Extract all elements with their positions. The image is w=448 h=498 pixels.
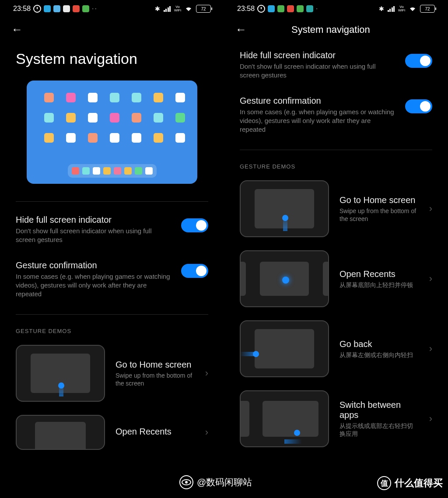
toggle-gesture-confirmation[interactable]	[181, 264, 208, 278]
wifi-icon	[185, 6, 192, 12]
preview-dock-icon	[72, 167, 79, 175]
status-bar: 23:58 ·· ✱ VoWiFi 72	[0, 0, 224, 18]
section-header: GESTURE DEMOS	[240, 163, 432, 170]
setting-subtitle: Don't show full screen indicator when us…	[16, 227, 172, 245]
signal-icon	[388, 6, 395, 12]
toggle-hide-indicator[interactable]	[405, 54, 432, 68]
demo-home[interactable]: Go to Home screen Swipe up from the bott…	[16, 345, 208, 402]
chevron-right-icon: ›	[205, 368, 208, 379]
status-time: 23:58	[13, 5, 31, 13]
wifi-icon	[409, 6, 416, 12]
demo-title: Go to Home screen	[116, 360, 195, 370]
section-header: GESTURE DEMOS	[16, 328, 208, 334]
status-time: 23:58	[237, 5, 255, 13]
demo-home[interactable]: Go to Home screen Swipe up from the bott…	[240, 180, 432, 237]
demo-switch[interactable]: Switch between apps 从提示线或底部左右轻扫切换应用 ›	[240, 390, 432, 447]
status-app-icon	[63, 5, 70, 12]
status-more-icon: ··	[92, 5, 98, 13]
back-button[interactable]: ←	[6, 20, 28, 39]
preview-app-icon	[132, 113, 141, 123]
preview-app-icon	[110, 93, 119, 102]
navigation-preview	[27, 81, 197, 184]
bluetooth-icon: ✱	[155, 5, 160, 12]
toggle-gesture-confirmation[interactable]	[405, 99, 432, 113]
divider	[16, 314, 208, 315]
demo-thumbnail	[16, 415, 105, 450]
demo-subtitle: 从屏幕左侧或右侧向内轻扫	[340, 351, 419, 359]
demo-recents[interactable]: Open Recents ›	[16, 415, 208, 450]
setting-title: Gesture confirmation	[240, 96, 396, 106]
status-app-icon	[82, 5, 89, 12]
alarm-icon	[33, 5, 41, 13]
signal-icon	[164, 6, 171, 12]
preview-dock-icon	[114, 167, 121, 175]
chevron-right-icon: ›	[429, 273, 432, 284]
preview-app-icon	[44, 93, 54, 102]
status-app-icon	[297, 5, 304, 12]
demo-thumbnail	[240, 180, 329, 237]
preview-app-icon	[110, 133, 119, 143]
app-header: ← System navigation	[224, 18, 448, 42]
setting-title: Hide full screen indicator	[240, 50, 396, 60]
setting-gesture-confirmation[interactable]: Gesture confirmation In some cases (e.g.…	[240, 96, 432, 134]
watermark-weibo: @数码闲聊站	[179, 475, 252, 489]
demo-subtitle: 从屏幕底部向上轻扫并停顿	[340, 281, 419, 289]
setting-subtitle: In some cases (e.g. when playing games o…	[16, 272, 172, 299]
setting-title: Hide full screen indicator	[16, 215, 172, 225]
demo-title: Switch between apps	[340, 400, 419, 420]
demo-recents[interactable]: Open Recents 从屏幕底部向上轻扫并停顿 ›	[240, 250, 432, 307]
preview-app-icon	[88, 133, 98, 143]
svg-point-2	[185, 481, 188, 484]
divider	[240, 150, 432, 150]
demo-thumbnail	[240, 320, 329, 377]
status-app-icon	[268, 5, 275, 12]
preview-dock-icon	[103, 167, 111, 175]
app-header: ←	[0, 18, 224, 42]
preview-app-icon	[132, 133, 141, 143]
status-app-icon	[53, 5, 60, 12]
vowifi-icon: VoWiFi	[398, 5, 405, 12]
preview-app-icon	[66, 113, 76, 123]
demo-thumbnail	[240, 390, 329, 447]
setting-subtitle: In some cases (e.g. when playing games o…	[240, 108, 396, 134]
setting-hide-indicator[interactable]: Hide full screen indicator Don't show fu…	[16, 215, 208, 245]
page-title: System navigation	[16, 50, 208, 67]
status-app-icon	[306, 5, 313, 12]
demo-thumbnail	[240, 250, 329, 307]
battery-icon: 72	[420, 5, 435, 13]
preview-app-icon	[154, 93, 163, 102]
demo-title: Open Recents	[116, 427, 195, 437]
chevron-right-icon: ›	[429, 343, 432, 354]
battery-icon: 72	[196, 5, 211, 13]
preview-app-icon	[88, 93, 98, 102]
back-button[interactable]: ←	[230, 20, 252, 39]
bluetooth-icon: ✱	[379, 5, 384, 12]
setting-gesture-confirmation[interactable]: Gesture confirmation In some cases (e.g.…	[16, 260, 208, 299]
demo-subtitle: 从提示线或底部左右轻扫切换应用	[340, 422, 419, 438]
status-app-icon	[287, 5, 294, 12]
demo-title: Go back	[340, 339, 419, 349]
chevron-right-icon: ›	[429, 413, 432, 424]
preview-dock-icon	[124, 167, 132, 175]
preview-app-icon	[66, 133, 76, 143]
preview-app-icon	[44, 133, 54, 143]
setting-subtitle: Don't show full screen indicator when us…	[240, 62, 396, 80]
status-app-icon	[73, 5, 80, 12]
demo-back[interactable]: Go back 从屏幕左侧或右侧向内轻扫 ›	[240, 320, 432, 377]
toggle-hide-indicator[interactable]	[181, 218, 208, 232]
demo-subtitle: Swipe up from the bottom of the screen	[340, 207, 419, 223]
weibo-icon	[179, 475, 193, 489]
preview-dock-icon	[93, 167, 100, 175]
setting-hide-indicator[interactable]: Hide full screen indicator Don't show fu…	[240, 50, 432, 80]
preview-app-icon	[66, 93, 76, 102]
demo-subtitle: Swipe up from the bottom of the screen	[116, 372, 195, 387]
preview-dock-icon	[135, 167, 142, 175]
chevron-right-icon: ›	[205, 427, 208, 438]
preview-app-icon	[175, 93, 185, 102]
preview-dock-icon	[82, 167, 90, 175]
smzdm-icon: 值	[377, 476, 391, 490]
preview-app-icon	[154, 113, 163, 123]
status-more-icon: ·	[316, 5, 318, 13]
demo-title: Go to Home screen	[340, 195, 419, 205]
status-bar: 23:58 · ✱ VoWiFi 72	[224, 0, 448, 18]
